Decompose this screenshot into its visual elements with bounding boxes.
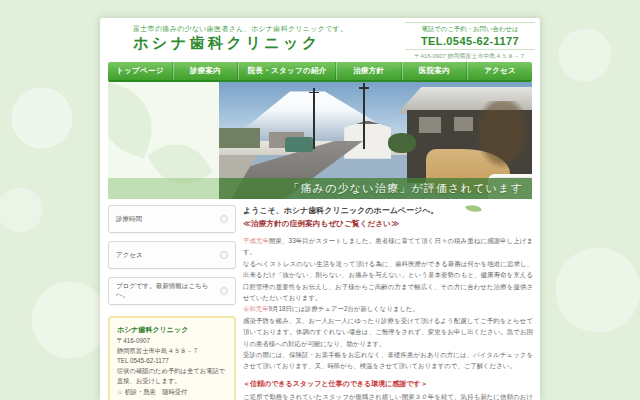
green-car (285, 137, 313, 152)
main-content: ようこそ、ホシナ歯科クリニックのホームページへ。 ≪治療方針の症例案内もぜひご覧… (243, 205, 533, 400)
reservation-paragraph: 感染予防を鑑み、又、お一人お一人にゆったり診療を受けて頂けるよう配慮してご予約を… (243, 315, 533, 349)
chair-news-text: 9月18日には診療チェアー2台が新しくなりました。 (269, 305, 419, 312)
nav-item-services[interactable]: 診療案内 (173, 62, 239, 80)
welcome-heading: ようこそ、ホシナ歯科クリニックのホームページへ。 (243, 205, 533, 216)
utility-pole (363, 83, 365, 149)
reception-note: ☆ 初診・急患 随時受付 (117, 387, 227, 397)
sidebar-item-blog[interactable]: ブログです。最新情報はこちらへ。 (108, 277, 236, 305)
sidebar-item-access[interactable]: アクセス (108, 241, 236, 269)
main-nav: トップページ 診療案内 院長・スタッフの紹介 治療方針 医院案内 アクセス (108, 62, 532, 82)
site-header: 富士市の痛みの少ない歯医者さん、ホシナ歯科クリニックです。 ホシナ歯科クリニック… (100, 18, 540, 62)
sidebar-item-access-label: アクセス (116, 251, 143, 260)
page-container: 富士市の痛みの少ない歯医者さん、ホシナ歯科クリニックです。 ホシナ歯科クリニック… (100, 18, 540, 400)
sidebar-item-blog-label: ブログです。最新情報はこちらへ。 (116, 282, 220, 300)
nav-item-top[interactable]: トップページ (108, 62, 173, 80)
clinic-postal: 〒416-0907 (117, 336, 227, 346)
hero-banner: 「痛みの少ない治療」が評価されています (108, 178, 532, 199)
phone-box: 電話でのご予約・お問い合わせは TEL.0545-62-1177 〒416-09… (405, 22, 535, 61)
hero-section: 「痛みの少ない治療」が評価されています (108, 82, 532, 199)
nav-item-access[interactable]: アクセス (467, 62, 532, 80)
phone-label: 電話でのご予約・お問い合わせは (405, 22, 535, 34)
visit-notes-paragraph: 受診の際には、保険証・お薬手帳をお忘れなく、基礎疾患がおありの方には、バイタルチ… (243, 349, 533, 372)
hero-banner-caption: 「痛みの少ない治療」が評価されています (219, 178, 532, 199)
circle-bullet-icon (220, 251, 228, 259)
clinic-name: ホシナ歯科クリニック (117, 324, 227, 335)
era-highlight: 令和元年 (243, 305, 269, 312)
circle-bullet-icon (220, 287, 228, 295)
hero-banner-left (108, 178, 219, 199)
clinic-info-box: ホシナ歯科クリニック 〒416-0907 静岡県富士市中島４５８－７ TEL 0… (108, 316, 236, 400)
era-highlight: 平成元年 (243, 237, 269, 244)
site-title: ホシナ歯科クリニック (133, 34, 321, 53)
white-house (344, 121, 391, 159)
greeting-text: 開業、33年目がスタートしました。患者様に育てて頂く日々の積み重ねに感謝申し上げ… (243, 237, 533, 255)
nav-item-staff[interactable]: 院長・スタッフの紹介 (238, 62, 336, 80)
clinic-street-address: 静岡県富士市中島４５８－７ (117, 346, 227, 356)
clinic-address: 〒416-0907 静岡県富士市中島４５８－７ (405, 52, 535, 61)
greenery (388, 133, 416, 153)
circle-bullet-icon (220, 215, 228, 223)
staff-heading: ＜信頼のできるスタッフと仕事のできる環境に感謝です＞ (243, 379, 533, 389)
phone-number: TEL.0545-62-1177 (405, 34, 535, 50)
staff-paragraph: ご近所で勤務をされていたスタッフが復職され嬉しい開業３０年を経て、気持も新たに信… (243, 391, 533, 400)
house-window (419, 117, 441, 133)
house-window (454, 117, 473, 131)
nav-item-policy[interactable]: 治療方針 (336, 62, 402, 80)
site-tagline: 富士市の痛みの少ない歯医者さん、ホシナ歯科クリニックです。 (133, 24, 348, 34)
nav-item-clinic-guide[interactable]: 医院案内 (402, 62, 468, 80)
sidebar: 診療時間 アクセス ブログです。最新情報はこちらへ。 ホシナ歯科クリニック 〒4… (108, 205, 236, 400)
greeting-paragraph: 平成元年開業、33年目がスタートしました。患者様に育てて頂く日々の積み重ねに感謝… (243, 235, 533, 258)
bare-tree (476, 101, 529, 169)
policy-subtitle: ≪治療方針の症例案内もぜひご覧ください≫ (243, 219, 533, 229)
clinic-tel: TEL 0545-62-1177 (117, 356, 227, 366)
reservation-note: 症状の確認のため予約は全てお電話で直接、お受けします。 (117, 366, 227, 386)
sidebar-item-hours[interactable]: 診療時間 (108, 205, 236, 233)
philosophy-paragraph: なるべくストレスのない生活を送って頂ける為に、歯科医療ができる最善は何かを地道に… (243, 258, 533, 304)
hedge (219, 128, 260, 148)
sidebar-item-hours-label: 診療時間 (116, 215, 142, 224)
utility-pole (313, 88, 315, 149)
chair-news-paragraph: 令和元年9月18日には診療チェアー2台が新しくなりました。 (243, 303, 533, 314)
